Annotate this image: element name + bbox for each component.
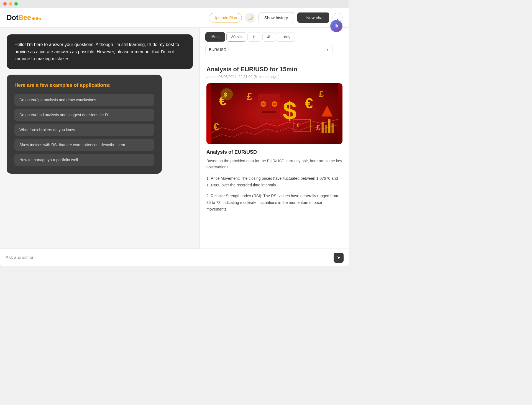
app-window: DotBee Upgrade Plan 🌙 Show history + New… [0, 0, 349, 266]
logo-dot-2 [36, 17, 39, 20]
logo-dot-1 [32, 17, 35, 20]
send-button[interactable]: ➤ [334, 253, 344, 263]
example-item-2[interactable]: Do an eur/usd analysis and suggest decis… [14, 109, 154, 121]
logo-icon [32, 17, 41, 20]
greeting-text: Hello! I'm here to answer your questions… [14, 41, 185, 62]
svg-rect-8 [258, 94, 280, 119]
show-history-button[interactable]: Show history [259, 12, 294, 23]
currency-pair-label: EUR/USD [209, 47, 226, 52]
examples-card: Here are a few examples of applications:… [7, 75, 162, 174]
upgrade-plan-button[interactable]: Upgrade Plan [209, 13, 242, 22]
svg-text:£: £ [316, 123, 321, 132]
timeframe-tab-15min[interactable]: 15min [205, 32, 225, 42]
new-chat-button[interactable]: + New chat [297, 12, 329, 23]
chevron-down-icon: ▼ [326, 48, 329, 52]
svg-text:£: £ [247, 91, 252, 102]
timeframe-tab-1day[interactable]: 1day [277, 32, 295, 42]
analysis-added-date: added: 06/05/2024, 22:31:02 (5 minutes a… [206, 75, 342, 79]
svg-rect-20 [332, 123, 334, 133]
moon-icon: 🌙 [247, 15, 253, 20]
example-item-4[interactable]: Show indices with RSI that are worth att… [14, 139, 154, 151]
analysis-description: Based on the provided data for the EUR/U… [206, 158, 342, 170]
dark-mode-button[interactable]: 🌙 [245, 13, 255, 23]
currency-remove-button[interactable]: × [228, 48, 230, 52]
send-icon: ➤ [337, 255, 341, 260]
currency-symbols-overlay: € € € £ $ £ £ [206, 83, 342, 144]
svg-rect-19 [328, 119, 331, 133]
analysis-card-title: Analysis of EUR/USD for 15min [206, 66, 342, 73]
avatar[interactable]: Ih [330, 20, 342, 32]
header: DotBee Upgrade Plan 🌙 Show history + New… [0, 8, 349, 28]
greeting-bubble: Hello! I'm here to answer your questions… [7, 34, 193, 69]
header-actions: Upgrade Plan 🌙 Show history + New chat ⋮ [209, 12, 342, 23]
currency-tag: EUR/USD × [209, 47, 230, 52]
svg-text:$: $ [224, 92, 227, 98]
svg-rect-18 [325, 125, 327, 133]
svg-text:£: £ [297, 123, 300, 128]
example-item-1[interactable]: Do an eur/jpn analysis and draw conclusi… [14, 94, 154, 106]
analysis-card: Analysis of EUR/USD for 15min added: 06/… [200, 59, 349, 224]
analysis-point-2: 2. Relative Strength Index (RSI): The RS… [206, 193, 342, 212]
svg-text:€: € [214, 121, 219, 133]
logo-dot-3 [39, 18, 41, 20]
analysis-subtitle: Analysis of EUR/USD [206, 149, 342, 155]
chat-input[interactable] [6, 255, 330, 260]
time-ago: (5 minutes ago ) [254, 75, 280, 79]
close-button[interactable] [3, 2, 7, 6]
logo: DotBee [7, 13, 41, 22]
added-label: added: 06/05/2024, 22:31:02 [206, 75, 252, 79]
minimize-button[interactable] [9, 2, 12, 6]
analysis-point-1: 1. Price Movement: The closing prices ha… [206, 175, 342, 189]
svg-text:€: € [305, 95, 313, 111]
svg-rect-13 [262, 111, 276, 113]
bottom-bar: ➤ [0, 249, 349, 266]
analysis-content: Analysis of EUR/USD for 15min added: 06/… [200, 59, 349, 249]
timeframe-tab-30min[interactable]: 30min [226, 32, 246, 42]
right-panel: 15min 30min 1h 4h 1day EUR/USD × ▼ [200, 28, 349, 249]
example-item-5[interactable]: How to manage your portfolio well [14, 154, 154, 166]
analysis-svg: € € € £ $ £ £ [206, 83, 342, 144]
examples-title: Here are a few examples of applications: [14, 82, 154, 88]
svg-point-12 [273, 103, 276, 105]
maximize-button[interactable] [14, 2, 18, 6]
currency-selector[interactable]: EUR/USD × ▼ [205, 45, 333, 54]
logo-accent: Bee [18, 13, 31, 22]
titlebar [0, 0, 349, 8]
svg-point-11 [262, 103, 265, 105]
timeframe-tab-4h[interactable]: 4h [262, 32, 276, 42]
example-item-3[interactable]: What forex brokers do you know [14, 124, 154, 136]
main-content: Hello! I'm here to answer your questions… [0, 28, 349, 249]
analysis-image: € € € £ $ £ £ [206, 83, 342, 144]
chart-controls: 15min 30min 1h 4h 1day EUR/USD × ▼ [200, 28, 349, 59]
timeframe-tab-1h[interactable]: 1h [247, 32, 261, 42]
svg-rect-17 [322, 122, 324, 133]
timeframe-tabs: 15min 30min 1h 4h 1day [205, 32, 344, 42]
svg-text:£: £ [319, 89, 324, 99]
left-panel: Hello! I'm here to answer your questions… [0, 28, 200, 249]
svg-text:$: $ [283, 97, 297, 125]
